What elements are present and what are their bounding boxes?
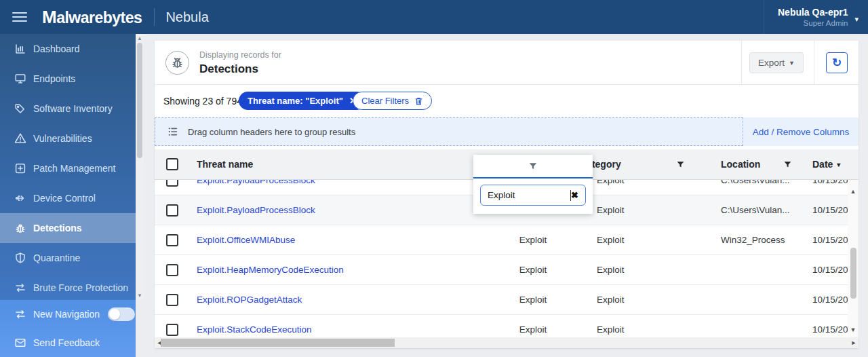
sidebar-item-dashboard[interactable]: Dashboard (0, 34, 136, 64)
clear-filters-button[interactable]: Clear Filters (353, 92, 432, 110)
user-role: Super Admin (778, 19, 848, 27)
detections-panel: Displaying records for Detections Export… (155, 41, 859, 348)
table-row[interactable]: Exploit.StackCodeExecution Exploit Explo… (155, 315, 859, 337)
row-checkbox[interactable] (166, 234, 178, 246)
clear-input-icon[interactable]: ✖ (571, 190, 578, 200)
add-remove-columns-link[interactable]: Add / Remove Columns (743, 117, 859, 146)
table-row[interactable]: Exploit.OfficeWMIAbuse Exploit Exploit W… (155, 225, 859, 255)
category-cell: Exploit (593, 265, 685, 275)
sidebar-item-quarantine[interactable]: Quarantine (0, 243, 136, 273)
sidebar-item-new-navigation[interactable]: New Navigation (0, 300, 136, 328)
hamburger-menu-icon[interactable] (12, 10, 27, 24)
sidebar-scrollbar[interactable]: ▲ ▼ (136, 34, 144, 300)
top-bar: Malwarebytes Nebula Nebula Qa-epr1 Super… (0, 0, 868, 34)
chevron-down-icon: ▼ (789, 60, 795, 67)
patch-icon (14, 162, 26, 174)
group-drop-zone[interactable]: Drag column headers here to group result… (155, 117, 743, 146)
column-header-location[interactable]: Location (685, 159, 807, 170)
type-cell: Exploit (473, 265, 593, 275)
export-button[interactable]: Export ▼ (749, 52, 804, 73)
column-header-date[interactable]: Date ▾ (807, 159, 859, 170)
sidebar-item-detections[interactable]: Detections (0, 213, 136, 243)
divider (814, 41, 814, 85)
dashboard-icon (14, 43, 26, 55)
filter-summary-row: Showing 23 of 794. Threat name: "Exploit… (155, 85, 859, 117)
threat-name-link[interactable]: Exploit.PayloadProcessBlock (197, 205, 473, 215)
category-cell: Exploit (593, 235, 685, 245)
sidebar-item-vulnerabilities[interactable]: Vulnerabilities (0, 124, 136, 153)
new-navigation-toggle[interactable] (108, 307, 135, 321)
record-count: Showing 23 of 794. (163, 96, 245, 107)
sidebar-item-patch-management[interactable]: Patch Management (0, 153, 136, 183)
category-cell: Exploit (593, 205, 685, 215)
filtered-column-header[interactable] (473, 155, 593, 178)
type-cell: Exploit (473, 235, 593, 245)
location-cell: C:\Users\Vulan... (685, 205, 807, 215)
group-list-icon (167, 126, 178, 137)
vertical-scrollbar-thumb[interactable] (850, 248, 856, 299)
threat-name-link[interactable]: Exploit.HeapMemoryCodeExecution (197, 265, 473, 275)
column-filter-popup: Exploit ✖ (473, 155, 593, 214)
row-checkbox[interactable] (166, 324, 178, 336)
topbar-divider (764, 0, 764, 34)
horizontal-scrollbar-thumb[interactable] (161, 339, 395, 347)
row-checkbox[interactable] (166, 294, 178, 306)
filter-input-value: Exploit (488, 190, 570, 200)
table-row[interactable]: Exploit.HeapMemoryCodeExecution Exploit … (155, 255, 859, 285)
swap-arrows-icon (14, 282, 26, 294)
sidebar-scrollbar-thumb[interactable] (137, 43, 142, 158)
table-horizontal-scrollbar[interactable]: ◄ ► (155, 337, 859, 348)
row-checkbox[interactable] (166, 264, 178, 276)
sort-desc-icon: ▾ (837, 161, 840, 168)
active-filter-chip[interactable]: Threat name: "Exploit" ✕ (239, 92, 366, 110)
location-cell: C:\Users\Vulan... (685, 180, 807, 185)
scroll-up-icon[interactable]: ▲ (136, 35, 144, 41)
sidebar-item-endpoints[interactable]: Endpoints (0, 64, 136, 94)
brand-divider (154, 8, 155, 26)
scroll-up-icon[interactable]: ▲ (848, 188, 859, 195)
page-title: Detections (199, 62, 258, 76)
brand-text: alwarebytes (56, 9, 142, 26)
threat-name-link[interactable]: Exploit.StackCodeExecution (197, 324, 473, 335)
threat-name-link[interactable]: Exploit.OfficeWMIAbuse (197, 235, 473, 245)
row-checkbox[interactable] (166, 204, 178, 217)
panel-header: Displaying records for Detections Export… (155, 41, 859, 85)
panel-eyebrow: Displaying records for (199, 50, 281, 60)
filter-text-input[interactable]: Exploit ✖ (480, 185, 586, 206)
threat-name-link[interactable]: Exploit.PayloadProcessBlock (197, 180, 473, 185)
table-row[interactable]: Exploit.ROPGadgetAttack Exploit Exploit … (155, 285, 859, 315)
envelope-icon (14, 337, 26, 349)
category-cell: Exploit (593, 295, 685, 305)
scroll-down-icon[interactable]: ▼ (848, 326, 859, 333)
bug-icon (14, 222, 26, 234)
sidebar-item-software-inventory[interactable]: Software Inventory (0, 94, 136, 124)
refresh-button[interactable]: ↻ (826, 52, 848, 73)
filter-funnel-icon (528, 162, 538, 171)
endpoints-icon (14, 73, 26, 85)
sidebar-item-device-control[interactable]: Device Control (0, 183, 136, 213)
table-vertical-scrollbar[interactable]: ▲ ▼ (848, 180, 859, 337)
type-cell: Exploit (473, 324, 593, 335)
group-hint-text: Drag column headers here to group result… (188, 127, 355, 137)
user-name: Nebula Qa-epr1 (778, 7, 848, 18)
column-header-category[interactable]: Category (580, 159, 685, 170)
filter-funnel-icon[interactable] (783, 160, 792, 169)
shield-icon (14, 252, 26, 264)
column-header-threat-name[interactable]: Threat name (197, 159, 473, 170)
user-menu[interactable]: Nebula Qa-epr1 Super Admin ▾ (778, 0, 859, 34)
select-all-checkbox[interactable] (166, 158, 178, 170)
detections-bug-icon (165, 51, 189, 75)
threat-name-link[interactable]: Exploit.ROPGadgetAttack (197, 295, 473, 305)
scroll-right-icon[interactable]: ► (849, 337, 859, 348)
sidebar-bottom-section: New Navigation Send Feedback (0, 300, 136, 357)
sidebar-nav: Dashboard Endpoints Software Inventory V… (0, 34, 136, 300)
scroll-down-icon[interactable]: ▼ (136, 293, 144, 299)
warning-icon (14, 132, 26, 145)
sidebar-item-send-feedback[interactable]: Send Feedback (0, 328, 136, 357)
row-checkbox[interactable] (166, 180, 178, 187)
sidebar-item-brute-force-protection[interactable]: Brute Force Protection (0, 273, 136, 300)
chevron-down-icon[interactable]: ▾ (854, 15, 859, 24)
usb-icon (14, 192, 26, 204)
filter-funnel-icon[interactable] (676, 160, 685, 169)
group-bar: Drag column headers here to group result… (155, 117, 859, 146)
